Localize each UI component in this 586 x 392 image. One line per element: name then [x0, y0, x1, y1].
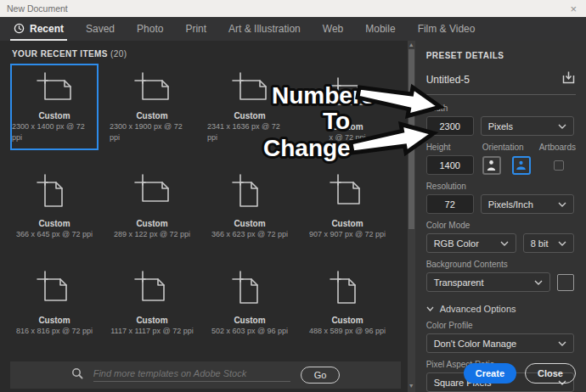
dialog-body: YOUR RECENT ITEMS (20) Custom 2300 x 140…	[0, 41, 586, 392]
preset-dimensions: 1117 x 1117 px @ 72 ppi	[110, 326, 194, 342]
tab-label: Mobile	[365, 23, 395, 35]
background-color-swatch[interactable]	[557, 274, 574, 291]
tab-photo[interactable]: Photo	[137, 17, 163, 41]
recent-item-card[interactable]: Custom 488 x 589 px @ 96 ppi	[303, 257, 392, 344]
recent-item-card[interactable]: Custom 366 x 645 px @ 72 ppi	[10, 160, 99, 247]
chevron-down-icon	[558, 202, 566, 207]
clock-icon	[14, 23, 25, 36]
tab-label: Art & Illustration	[228, 23, 301, 35]
recent-item-card[interactable]: Custom 366 x 623 px @ 72 ppi	[206, 160, 294, 247]
landscape-person-icon	[516, 160, 527, 170]
preset-name: Custom	[38, 315, 70, 326]
portrait-person-icon	[487, 160, 496, 171]
title-bar: New Document ×	[0, 0, 586, 17]
save-preset-icon[interactable]	[561, 70, 576, 88]
tab-saved[interactable]: Saved	[86, 17, 115, 41]
chevron-down-icon	[558, 241, 566, 246]
recent-item-card[interactable]: Custom 2300 x 1900 px @ 72 ppi	[108, 64, 196, 150]
preset-dimensions: 2300 x 1400 px @ 72 ppi	[12, 121, 97, 148]
recent-item-card[interactable]: Custom 1117 x 1117 px @ 72 ppi	[108, 257, 196, 344]
go-button[interactable]: Go	[301, 367, 341, 384]
preset-details-heading: PRESET DETAILS	[426, 51, 576, 60]
tab-recent[interactable]: Recent	[14, 17, 64, 41]
recent-item-card[interactable]: Custom 907 x 907 px @ 72 ppi	[303, 160, 392, 247]
recent-item-card[interactable]: Custom 2341 x 1636 px @ 72 ppi	[206, 64, 294, 150]
preset-name: Custom	[234, 315, 265, 326]
document-preset-icon	[132, 259, 172, 315]
recent-item-card[interactable]: Custom 816 x 816 px @ 72 ppi	[10, 257, 99, 344]
height-row-labels: Height Orientation Artboards	[426, 143, 576, 152]
chevron-down-icon	[426, 306, 434, 311]
tab-print[interactable]: Print	[185, 17, 206, 41]
recent-item-card[interactable]: Custom 502 x 603 px @ 96 ppi	[206, 257, 294, 344]
tab-film-video[interactable]: Film & Video	[418, 17, 476, 41]
preset-name: Custom	[234, 110, 265, 121]
width-input[interactable]	[426, 116, 474, 136]
scroll-up-icon[interactable]: ▲	[408, 41, 415, 49]
tab-web[interactable]: Web	[323, 17, 343, 41]
document-preset-icon	[230, 259, 269, 315]
tab-label: Film & Video	[418, 23, 476, 35]
orientation-portrait-button[interactable]	[482, 156, 501, 175]
scrollbar-thumb[interactable]	[409, 49, 414, 229]
tab-label: Saved	[86, 23, 115, 35]
tab-mobile[interactable]: Mobile	[365, 17, 395, 41]
preset-name: Custom	[331, 315, 363, 326]
adobe-stock-search-bar: Go	[10, 361, 401, 389]
chevron-down-icon	[500, 241, 509, 246]
color-mode-select[interactable]: RGB Color	[426, 233, 516, 253]
preset-name: Custom	[331, 218, 363, 229]
height-input[interactable]	[426, 155, 474, 175]
document-preset-icon	[35, 65, 74, 110]
preset-name: Custom	[136, 315, 167, 326]
bit-depth-select[interactable]: 8 bit	[523, 233, 574, 253]
tab-art-illustration[interactable]: Art & Illustration	[228, 17, 301, 41]
recent-item-card[interactable]: Custom 289 x 122 px @ 72 ppi	[108, 160, 196, 247]
artboards-label: Artboards	[539, 143, 576, 152]
recent-item-card[interactable]: Custom 2300 x 1400 px @ 72 ppi	[10, 64, 99, 150]
preset-name: Custom	[38, 110, 70, 121]
scrollbar[interactable]: ▲ ▼	[408, 41, 415, 392]
background-contents-select[interactable]: Transparent	[426, 272, 550, 292]
orientation-landscape-button[interactable]	[512, 156, 531, 175]
artboards-checkbox[interactable]	[554, 160, 564, 171]
color-profile-select[interactable]: Don't Color Manage	[426, 333, 574, 353]
window-title: New Document	[7, 3, 567, 14]
preset-dimensions: 502 x 603 px @ 96 ppi	[211, 326, 288, 342]
recent-items-heading: YOUR RECENT ITEMS (20)	[0, 41, 415, 60]
document-preset-icon	[35, 162, 74, 218]
search-field[interactable]	[93, 368, 290, 382]
resolution-input[interactable]	[426, 194, 474, 214]
document-preset-icon	[132, 162, 172, 218]
tab-label: Recent	[30, 23, 64, 35]
preset-dimensions: 2341 x 1636 px @ 72 ppi	[207, 121, 292, 148]
document-preset-icon	[328, 162, 367, 218]
document-preset-icon	[230, 162, 269, 218]
height-label: Height	[426, 143, 482, 152]
window-close-icon[interactable]: ×	[567, 3, 579, 14]
preset-dimensions: 907 x 907 px @ 72 ppi	[309, 229, 386, 245]
tab-label: Photo	[137, 23, 163, 35]
color-mode-label: Color Mode	[426, 221, 576, 230]
dialog-actions: Create Close	[464, 363, 576, 384]
width-unit-select[interactable]: Pixels	[481, 116, 574, 136]
advanced-options-toggle[interactable]: Advanced Options	[426, 304, 576, 314]
recent-item-card[interactable]: Custom x @ 72 ppi	[303, 64, 392, 150]
document-name-input[interactable]: Untitled-5	[426, 74, 470, 86]
resolution-unit-select[interactable]: Pixels/Inch	[481, 194, 574, 214]
background-contents-label: Background Contents	[426, 260, 576, 269]
preset-dimensions: 366 x 645 px @ 72 ppi	[16, 229, 93, 245]
preset-name: Custom	[136, 110, 167, 121]
preset-dimensions: 289 x 122 px @ 72 ppi	[114, 229, 190, 245]
preset-dimensions: 366 x 623 px @ 72 ppi	[211, 229, 288, 245]
scroll-down-icon[interactable]: ▼	[408, 382, 415, 390]
preset-dimensions: 816 x 816 px @ 72 ppi	[16, 326, 93, 342]
document-preset-icon	[230, 65, 269, 110]
create-button[interactable]: Create	[464, 363, 516, 384]
document-type-tabs: Recent Saved Photo Print Art & Illustrat…	[0, 17, 586, 41]
search-input[interactable]	[93, 368, 290, 378]
preset-details-panel: PRESET DETAILS Untitled-5 Width Pixels H…	[415, 41, 586, 392]
resolution-label: Resolution	[426, 182, 576, 191]
close-button[interactable]: Close	[525, 363, 576, 384]
preset-dimensions: 2300 x 1900 px @ 72 ppi	[110, 121, 194, 148]
